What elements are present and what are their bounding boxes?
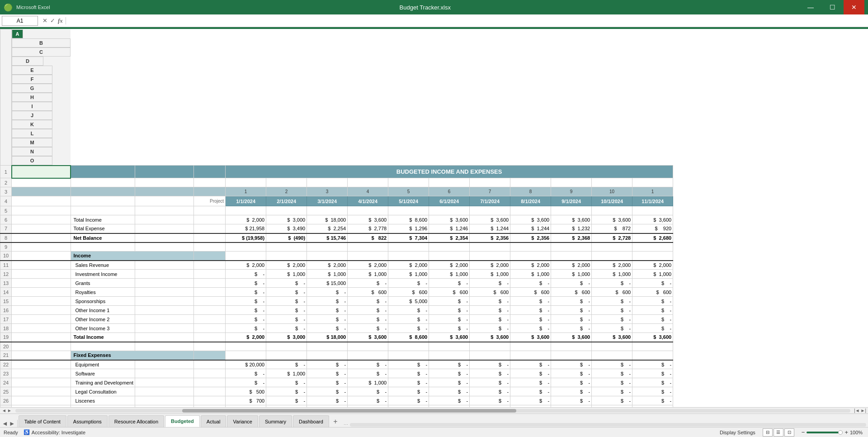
spreadsheet-grid: A B C D E F G H I J K L M N O [0, 29, 673, 407]
col-header-D[interactable]: D [12, 57, 43, 66]
maximize-button[interactable]: ☐ [822, 0, 843, 14]
accessibility-label: Accessibility: Investigate [32, 430, 85, 435]
scrollbar-tab-area[interactable] [350, 423, 866, 427]
tab-dashboard[interactable]: Dashboard [293, 415, 329, 427]
table-row: 14 Royalties $ - $ - $ - $ 600 $ 600 $ 6… [0, 288, 673, 297]
accessibility-icon: ♿ [24, 429, 30, 435]
table-row: 7 Total Expense $ 21,958 $ 3,490 $ 2,254… [0, 224, 673, 233]
col-header-E[interactable]: E [12, 66, 52, 75]
zoom-thumb[interactable] [838, 430, 843, 435]
table-row: 2 [0, 178, 673, 187]
tab-table-of-content[interactable]: Table of Content [19, 415, 66, 427]
tab-summary[interactable]: Summary [259, 415, 292, 427]
zoom-level: 100% [850, 430, 864, 435]
table-row: 18 Other Income 3 $ - $ - $ - $ - $ - $ … [0, 324, 673, 333]
table-row: 25 Legal Consultation $ 500 $ - $ - $ - … [0, 387, 673, 396]
status-bar: Ready ♿ Accessibility: Investigate Displ… [0, 427, 868, 437]
table-row: 4 Project 1/1/2024 2/1/2024 3/1/2024 4/1… [0, 196, 673, 206]
table-row: 13 Grants $ - $ - $ 15,000 $ - $ - $ - $… [0, 279, 673, 288]
table-row: 15 Sponsorships $ - $ - $ - $ - $ 5,000 … [0, 297, 673, 306]
scroll-right-icon[interactable]: ► [7, 408, 12, 413]
table-row: 19 Total Income $ 2,000 $ 3,000 $ 18,000… [0, 333, 673, 342]
confirm-formula-icon[interactable]: ✓ [50, 17, 55, 24]
table-row: 11 Sales Revenue $ 2,000 $ 2,000 $ 2,000… [0, 261, 673, 270]
table-row: 16 Other Income 1 $ - $ - $ - $ - $ - $ … [0, 306, 673, 315]
table-row: 26 Liscenes $ 700 $ - $ - $ - $ - $ - $ … [0, 396, 673, 405]
cancel-formula-icon[interactable]: ✕ [42, 17, 47, 24]
scrollbar-thumb[interactable] [182, 409, 516, 413]
col-header-F[interactable]: F [12, 75, 52, 84]
table-row: 20 [0, 342, 673, 351]
tab-scroll-left[interactable]: ◄ [2, 420, 8, 427]
col-header-O[interactable]: O [12, 156, 52, 165]
table-row: 12 Investment Income $ - $ 1,000 $ 1,000… [0, 270, 673, 279]
display-settings-label[interactable]: Display Settings [720, 430, 755, 435]
scroll-end-left-icon[interactable]: |◄ [854, 408, 860, 413]
page-layout-button[interactable]: ☰ [774, 428, 783, 437]
table-row: 17 Other Income 2 $ - $ - $ - $ - $ - $ … [0, 315, 673, 324]
col-header-J[interactable]: J [12, 111, 52, 120]
table-row: 5 [0, 206, 673, 215]
table-row: 9 [0, 242, 673, 252]
table-row: 6 Total Income $ 2,000 $ 3,000 $ 18,000 … [0, 215, 673, 224]
scroll-left-icon[interactable]: ◄ [2, 408, 6, 413]
table-row: 3 1 2 3 4 5 6 7 8 9 10 [0, 187, 673, 196]
insert-function-icon[interactable]: fx [58, 17, 63, 24]
tab-resource-allocation[interactable]: Resource Allocation [108, 415, 164, 427]
col-header-K[interactable]: K [12, 120, 52, 129]
table-row: 24 Training and Development $ - $ - $ - … [0, 378, 673, 387]
col-header-A[interactable]: A [12, 29, 23, 38]
tab-assumptions[interactable]: Assumptions [67, 415, 108, 427]
table-row: 10 Income [0, 252, 673, 261]
app-title: Microsoft Excel [16, 5, 50, 10]
formula-bar: ✕ ✓ fx [0, 14, 868, 27]
title-bar: 🟢 Microsoft Excel Budget Tracker.xlsx — … [0, 0, 868, 14]
col-header-H[interactable]: H [12, 93, 52, 102]
spreadsheet-title: BUDGETED INCOME AND EXPENSES [226, 166, 673, 178]
col-header-L[interactable]: L [12, 129, 52, 138]
col-header-M[interactable]: M [12, 138, 52, 147]
table-row: 23 Software $ - $ 1,000 $ - $ - $ - $ - … [0, 369, 673, 378]
page-break-button[interactable]: ⊡ [784, 428, 794, 437]
col-header-C[interactable]: C [12, 48, 71, 57]
table-row: 1 BUDGETED INCOME AND EXPENSES [0, 166, 673, 178]
zoom-in-icon[interactable]: + [844, 429, 848, 436]
scroll-end-right-icon[interactable]: ►| [861, 408, 867, 413]
zoom-slider[interactable] [807, 432, 843, 433]
col-header-I[interactable]: I [12, 102, 52, 111]
col-header-B[interactable]: B [12, 38, 71, 48]
table-row: 8 Net Balance $ (19,958) $ (490) $ 15,74… [0, 233, 673, 242]
window-title: Budget Tracker.xlsx [300, 4, 550, 11]
close-button[interactable]: ✕ [844, 0, 864, 14]
ready-status: Ready [4, 430, 18, 435]
table-row: 27 Overheads $ - $ 400 $ 400 $ 400 $ 400… [0, 405, 673, 408]
tab-variance[interactable]: Variance [227, 415, 258, 427]
add-sheet-button[interactable]: + [330, 416, 341, 427]
col-header-N[interactable]: N [12, 147, 52, 156]
table-row: 21 Fixed Expenses [0, 351, 673, 360]
tab-bar: ◄ ► Table of Content Assumptions Resourc… [0, 413, 868, 427]
accessibility-bar: ♿ Accessibility: Investigate [24, 429, 85, 435]
formula-input[interactable] [68, 16, 866, 26]
table-row: 22 Equipment $ 20,000 $ - $ - $ - $ - $ … [0, 360, 673, 369]
minimize-button[interactable]: — [800, 0, 821, 14]
zoom-out-icon[interactable]: − [802, 429, 805, 436]
name-box[interactable] [2, 16, 38, 26]
tab-budgeted[interactable]: Budgeted [165, 415, 200, 427]
row-num: 1 [0, 166, 12, 178]
tab-scroll-right[interactable]: ► [9, 420, 15, 427]
sheet-nav-icon: ⋯ [344, 422, 348, 427]
tab-actual[interactable]: Actual [201, 415, 226, 427]
horizontal-scrollbar[interactable]: ◄ ► |◄ ►| [0, 407, 868, 413]
col-header-G[interactable]: G [12, 84, 52, 93]
normal-view-button[interactable]: ⊟ [763, 428, 773, 437]
